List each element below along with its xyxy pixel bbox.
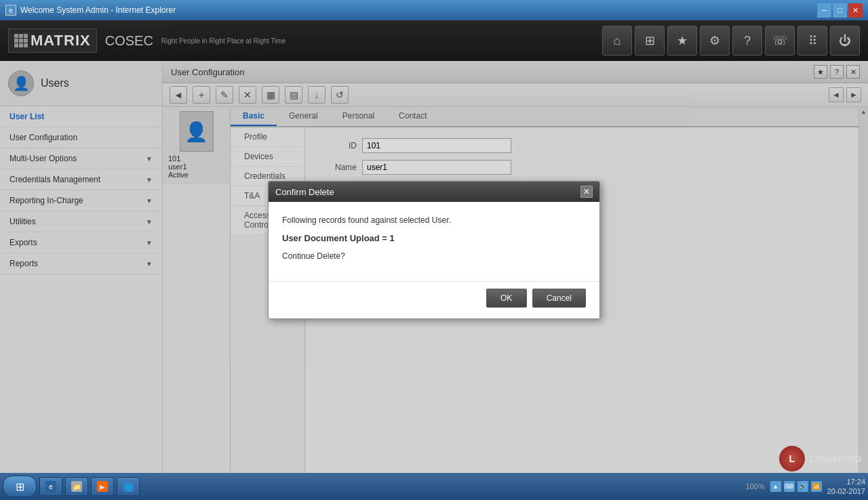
sys-icon-3: 🔊	[797, 481, 808, 492]
network-taskbar-icon: 🌐	[123, 481, 134, 492]
taskbar-ie-button[interactable]: e	[39, 477, 62, 496]
dialog-title-bar: Confirm Delete ✕	[269, 182, 599, 202]
taskbar-explorer-button[interactable]: 📁	[65, 477, 88, 496]
cancel-button[interactable]: Cancel	[532, 289, 586, 308]
linuxhelp-text: LinuxHelp	[809, 453, 861, 465]
dialog-message: Following records found against selected…	[282, 215, 586, 225]
ie-icon: e	[5, 5, 16, 16]
sys-icon-4: 📶	[811, 481, 822, 492]
sys-icon-2: ⌨	[784, 481, 795, 492]
taskbar-date: 20-02-2017	[827, 486, 865, 496]
confirm-delete-dialog: Confirm Delete ✕ Following records found…	[268, 181, 600, 319]
ok-button[interactable]: OK	[486, 289, 527, 308]
dialog-title: Confirm Delete	[275, 187, 334, 197]
modal-overlay: Confirm Delete ✕ Following records found…	[0, 20, 868, 480]
start-button[interactable]: ⊞	[3, 476, 37, 497]
taskbar-time: 17:24	[827, 477, 865, 486]
linuxhelp-watermark: L LinuxHelp	[779, 446, 861, 472]
dialog-close-button[interactable]: ✕	[580, 186, 593, 198]
title-bar-controls: ─ □ ✕	[817, 3, 863, 18]
close-window-button[interactable]: ✕	[848, 3, 863, 18]
explorer-taskbar-icon: 📁	[71, 481, 82, 492]
dialog-body: Following records found against selected…	[269, 202, 599, 278]
media-taskbar-icon: ▶	[97, 481, 108, 492]
taskbar: ⊞ e 📁 ▶ 🌐 100% ▲ ⌨ 🔊 📶 17:24 20-02-2017	[0, 473, 868, 500]
taskbar-right: 100% ▲ ⌨ 🔊 📶 17:24 20-02-2017	[746, 477, 865, 497]
zoom-level: 100%	[746, 482, 765, 491]
minimize-button[interactable]: ─	[817, 3, 831, 18]
dialog-footer: OK Cancel	[269, 281, 599, 318]
ie-taskbar-icon: e	[45, 481, 56, 492]
title-bar: e Welcome System Admin - Internet Explor…	[0, 0, 868, 20]
dialog-record-info: User Document Upload = 1	[282, 233, 586, 243]
linuxhelp-logo: L	[779, 446, 805, 472]
dialog-question: Continue Delete?	[282, 251, 586, 261]
taskbar-network-button[interactable]: 🌐	[117, 477, 140, 496]
taskbar-left: ⊞ e 📁 ▶ 🌐	[3, 476, 140, 497]
maximize-button[interactable]: □	[833, 3, 847, 18]
taskbar-media-button[interactable]: ▶	[91, 477, 114, 496]
window-title: Welcome System Admin - Internet Explorer	[20, 5, 176, 15]
sys-icons: ▲ ⌨ 🔊 📶	[770, 481, 822, 492]
sys-icon-1: ▲	[770, 481, 781, 492]
taskbar-time-area: 17:24 20-02-2017	[827, 477, 865, 497]
title-bar-left: e Welcome System Admin - Internet Explor…	[5, 5, 176, 16]
